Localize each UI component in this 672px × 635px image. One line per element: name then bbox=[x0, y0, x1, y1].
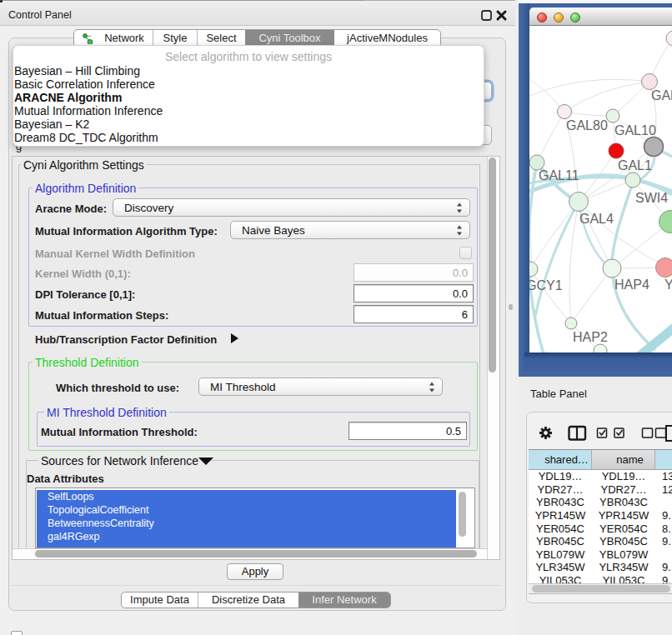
svg-text:GAL1: GAL1 bbox=[618, 158, 652, 172]
svg-text:HAP4: HAP4 bbox=[614, 278, 649, 292]
svg-text:SWI4: SWI4 bbox=[635, 191, 668, 205]
svg-text:GAL10: GAL10 bbox=[614, 123, 656, 138]
svg-text:GAL2: GAL2 bbox=[651, 88, 672, 102]
svg-text:GAL4: GAL4 bbox=[579, 212, 614, 226]
svg-text:GCY1: GCY1 bbox=[529, 278, 563, 292]
svg-text:YD: YD bbox=[664, 278, 672, 292]
svg-text:GAL80: GAL80 bbox=[566, 118, 608, 132]
svg-text:HAP2: HAP2 bbox=[573, 330, 608, 344]
svg-text:GAL11: GAL11 bbox=[539, 168, 579, 182]
